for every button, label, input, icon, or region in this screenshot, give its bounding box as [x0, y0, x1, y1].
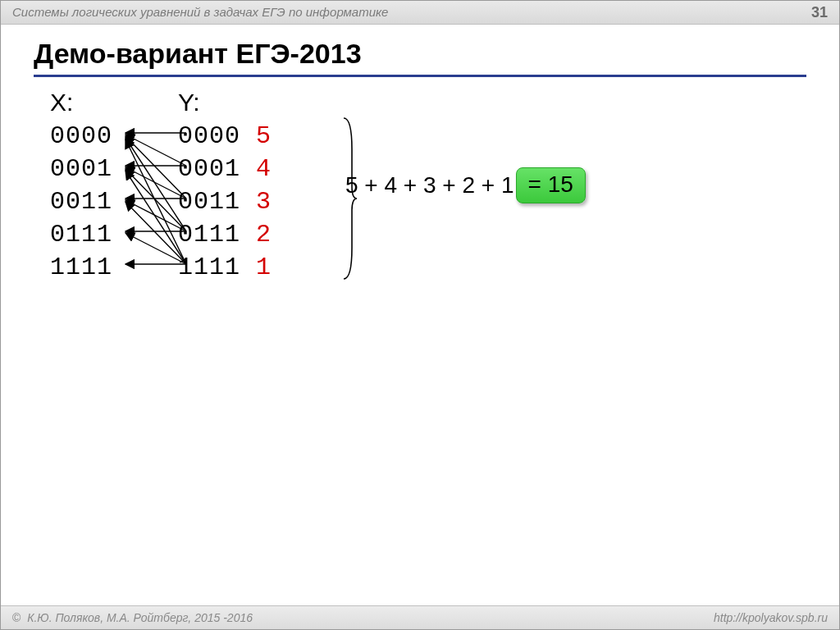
y-row: 0011 3 — [178, 185, 272, 218]
y-label: Y: — [178, 89, 272, 116]
y-count: 4 — [256, 155, 272, 183]
x-column: X: 0000 0001 0011 0111 1111 — [50, 89, 112, 284]
y-column: Y: 0000 5 0001 4 0011 3 0111 2 — [178, 89, 272, 284]
y-bits: 0001 — [178, 155, 240, 183]
svg-line-4 — [126, 167, 186, 199]
y-bits: 0011 — [178, 188, 240, 216]
y-row: 0111 2 — [178, 218, 272, 251]
content-area: X: 0000 0001 0011 0111 1111 Y: 0000 5 00… — [1, 77, 839, 564]
x-row: 0000 — [50, 120, 112, 153]
x-row: 0111 — [50, 218, 112, 251]
x-row: 1111 — [50, 251, 112, 284]
subject-text: Системы логических уравнений в задачах Е… — [12, 5, 388, 19]
sum-equation: 5 + 4 + 3 + 2 + 1 = 15 — [345, 167, 586, 203]
svg-line-6 — [126, 138, 186, 231]
y-count: 3 — [256, 188, 272, 216]
x-row: 0011 — [50, 185, 112, 218]
footer-url: http://kpolyakov.spb.ru — [714, 606, 828, 629]
x-row: 0001 — [50, 153, 112, 185]
y-bits: 1111 — [178, 253, 240, 281]
svg-line-13 — [126, 233, 186, 264]
slide: Системы логических уравнений в задачах Е… — [0, 0, 840, 630]
svg-line-1 — [126, 135, 186, 166]
svg-line-7 — [126, 169, 186, 231]
result-badge: = 15 — [516, 167, 586, 203]
page-title: Демо-вариант ЕГЭ-2013 — [1, 25, 839, 75]
copyright-icon: © — [12, 611, 21, 624]
page-number: 31 — [811, 1, 828, 24]
top-bar: Системы логических уравнений в задачах Е… — [1, 1, 839, 25]
y-row: 0001 4 — [178, 153, 272, 185]
y-bits: 0000 — [178, 122, 240, 150]
y-count: 5 — [256, 122, 272, 150]
svg-line-3 — [126, 136, 186, 199]
svg-line-11 — [126, 171, 186, 264]
authors-text: К.Ю. Поляков, М.А. Ройтберг, 2015 -2016 — [27, 611, 253, 624]
y-bits: 0111 — [178, 221, 240, 249]
svg-line-8 — [126, 200, 186, 231]
svg-line-12 — [126, 202, 186, 264]
y-row: 1111 1 — [178, 251, 272, 284]
y-count: 2 — [256, 221, 272, 249]
y-row: 0000 5 — [178, 120, 272, 153]
footer-authors: © К.Ю. Поляков, М.А. Ройтберг, 2015 -201… — [12, 606, 253, 629]
equation-lhs: 5 + 4 + 3 + 2 + 1 — [345, 172, 514, 199]
y-count: 1 — [256, 253, 272, 281]
x-label: X: — [50, 89, 112, 116]
footer-bar: © К.Ю. Поляков, М.А. Ройтберг, 2015 -201… — [1, 605, 839, 629]
svg-line-10 — [126, 139, 186, 264]
